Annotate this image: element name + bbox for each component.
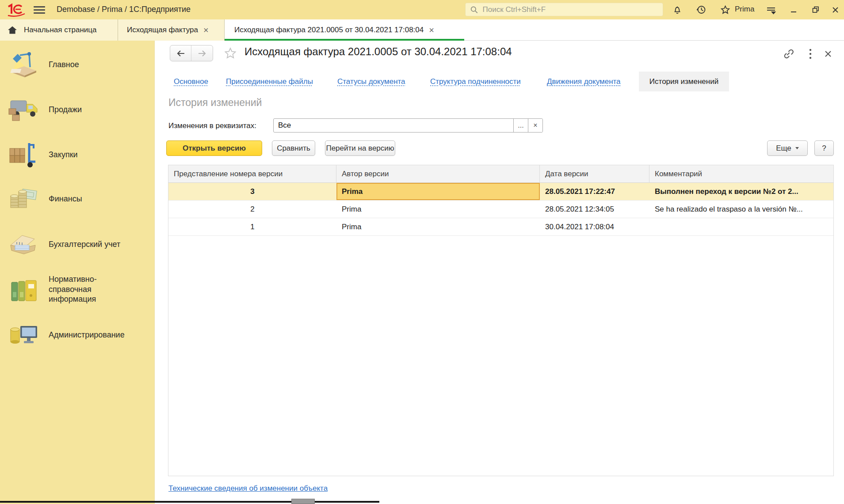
get-link-chain-icon[interactable]	[782, 48, 795, 60]
window-title: Demobase / Prima / 1С:Предприятие	[57, 5, 191, 14]
cell-comment[interactable]: Se ha realizado el traspaso a la versión…	[649, 201, 833, 218]
close-icon	[832, 6, 839, 14]
case-papers-icon	[7, 230, 41, 258]
cell-date[interactable]: 28.05.2021 12:34:05	[540, 201, 649, 218]
attribute-filter-field: ... ×	[273, 118, 543, 133]
cell-date[interactable]: 28.05.2021 17:22:47	[540, 183, 649, 200]
col-comment[interactable]: Комментарий	[649, 165, 833, 182]
cell-version-number[interactable]: 1	[168, 218, 336, 235]
cell-version-number[interactable]: 2	[168, 201, 336, 218]
sidebar-item-label: Продажи	[49, 105, 137, 115]
cell-author[interactable]: Prima	[336, 183, 540, 200]
handtruck-boxes-icon	[7, 140, 41, 169]
more-actions-button[interactable]: Еще	[767, 140, 808, 156]
restore-button[interactable]	[808, 4, 823, 16]
global-search[interactable]	[465, 3, 663, 16]
tab-label: Исходящая фактура	[127, 26, 198, 34]
main-menu-hamburger-icon[interactable]	[33, 4, 46, 15]
active-tab-indicator	[225, 39, 464, 41]
cell-comment[interactable]: Выполнен переход к версии №2 от 2...	[649, 183, 833, 200]
goto-version-button[interactable]: Перейти на версию	[325, 140, 395, 156]
filter-input[interactable]	[274, 119, 513, 132]
binders-icon	[7, 275, 41, 303]
table-header: Представление номера версии Автор версии…	[168, 165, 833, 183]
open-version-button[interactable]: Открыть версию	[166, 140, 262, 156]
sidebar-item-label: Нормативно-справочная информация	[49, 274, 137, 304]
filter-clear-button[interactable]: ×	[528, 119, 542, 132]
table-row[interactable]: 1 Prima 30.04.2021 17:08:04	[168, 218, 833, 236]
taskbar-fragment	[291, 499, 315, 504]
application-window: Demobase / Prima / 1С:Предприятие Prima	[0, 0, 844, 504]
current-user[interactable]: Prima	[735, 5, 754, 14]
restore-icon	[812, 6, 820, 14]
favorites-star-icon[interactable]	[719, 4, 731, 16]
history-nav-buttons	[170, 45, 213, 61]
search-icon	[470, 5, 478, 14]
nav-link-main[interactable]: Основное	[174, 72, 208, 91]
tab-label: Начальная страница	[24, 26, 97, 34]
cell-version-number[interactable]: 3	[168, 183, 336, 200]
cell-comment[interactable]	[649, 218, 833, 235]
favorite-star-icon[interactable]	[223, 46, 237, 61]
minimize-icon	[790, 6, 797, 13]
notifications-bell-icon[interactable]	[671, 4, 684, 16]
back-button[interactable]	[170, 45, 191, 61]
delivery-truck-icon	[7, 95, 41, 124]
forward-button[interactable]	[191, 45, 213, 61]
tab-close-icon[interactable]: ×	[429, 26, 434, 34]
back-arrow-icon	[176, 49, 186, 57]
tab-outgoing-invoice-document[interactable]: Исходящая фактура 2021.0005 от 30.04.202…	[225, 19, 464, 41]
sidebar-item-label: Финансы	[49, 194, 137, 204]
home-icon	[7, 25, 18, 35]
table-row[interactable]: 3 Prima 28.05.2021 17:22:47 Выполнен пер…	[168, 183, 833, 201]
sidebar-item-master-data[interactable]: Нормативно-справочная информация	[0, 269, 155, 310]
technical-info-link[interactable]: Технические сведения об изменении объект…	[168, 484, 328, 493]
versions-table: Представление номера версии Автор версии…	[168, 165, 834, 476]
sidebar-item-purchases[interactable]: Закупки	[0, 134, 155, 175]
cell-date[interactable]: 30.04.2021 17:08:04	[540, 218, 649, 235]
sidebar-item-main[interactable]: Главное	[0, 44, 155, 85]
close-form-icon[interactable]	[821, 48, 835, 60]
page-title: Исходящая фактура 2021.0005 от 30.04.202…	[244, 45, 512, 58]
sidebar-item-finance[interactable]: Финансы	[0, 178, 155, 219]
sidebar-item-sales[interactable]: Продажи	[0, 89, 155, 130]
screen-bottom-edge	[0, 501, 379, 503]
search-input[interactable]	[482, 5, 658, 15]
history-clock-icon[interactable]	[695, 4, 707, 16]
col-author[interactable]: Автор версии	[336, 165, 540, 182]
col-version-number[interactable]: Представление номера версии	[168, 165, 336, 182]
tab-close-icon[interactable]: ×	[203, 26, 209, 34]
sidebar-item-label: Закупки	[49, 150, 137, 160]
nav-link-document-movements[interactable]: Движения документа	[547, 72, 621, 91]
filter-choose-button[interactable]: ...	[513, 119, 528, 132]
nav-link-subordination-structure[interactable]: Структура подчиненности	[430, 72, 521, 91]
nav-tab-change-history[interactable]: История изменений	[639, 72, 729, 91]
tab-home[interactable]: Начальная страница	[0, 19, 118, 41]
sidebar-item-label: Главное	[49, 60, 137, 70]
close-window-button[interactable]	[828, 4, 843, 16]
tab-bar: Начальная страница Исходящая фактура × И…	[0, 19, 844, 41]
desk-lamp-icon	[7, 50, 41, 79]
sidebar-item-administration[interactable]: Администрирование	[0, 315, 155, 355]
compare-button[interactable]: Сравнить	[272, 140, 315, 156]
sections-sidebar: Главное Продажи Закупки	[0, 41, 155, 504]
col-date[interactable]: Дата версии	[540, 165, 649, 182]
user-panel-menu-icon[interactable]	[765, 4, 777, 16]
tab-outgoing-invoice-list[interactable]: Исходящая фактура ×	[118, 19, 225, 41]
nav-link-document-statuses[interactable]: Статусы документа	[337, 72, 405, 91]
minimize-button[interactable]	[786, 4, 801, 16]
computer-database-icon	[7, 321, 41, 349]
more-kebab-icon[interactable]	[804, 48, 817, 60]
more-actions-label: Еще	[776, 144, 791, 153]
help-button[interactable]: ?	[814, 140, 834, 156]
cell-author[interactable]: Prima	[336, 218, 540, 235]
cell-author[interactable]: Prima	[336, 201, 540, 218]
sidebar-item-accounting[interactable]: Бухгалтерский учет	[0, 224, 155, 265]
table-row[interactable]: 2 Prima 28.05.2021 12:34:05 Se ha realiz…	[168, 201, 833, 218]
filter-label: Изменения в реквизитах:	[168, 121, 256, 130]
1c-logo-icon	[6, 3, 26, 17]
sidebar-item-label: Бухгалтерский учет	[49, 239, 137, 250]
coins-banknote-icon	[7, 185, 41, 213]
forward-arrow-icon	[197, 49, 207, 57]
nav-link-attached-files[interactable]: Присоединенные файлы	[226, 72, 313, 91]
